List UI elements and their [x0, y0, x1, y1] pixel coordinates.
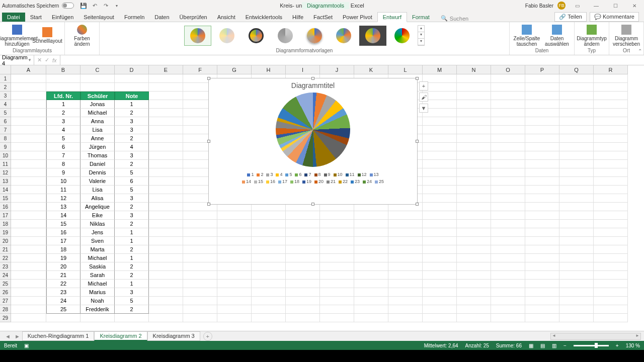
legend-item[interactable]: 4 [276, 171, 282, 178]
cell[interactable] [11, 280, 46, 288]
qat-customize-icon[interactable]: ▾ [113, 2, 120, 9]
cell[interactable] [354, 254, 388, 262]
cell[interactable]: Valerie [80, 177, 115, 186]
cell[interactable] [11, 117, 46, 126]
tab-entwicklertools[interactable]: Entwicklertools [240, 13, 287, 22]
cell[interactable] [354, 271, 388, 280]
cell[interactable] [423, 262, 457, 271]
sheet-tab[interactable]: Kreisdiagramm 3 [147, 331, 200, 341]
cell[interactable]: 9 [46, 168, 80, 177]
cell[interactable]: Sven [80, 237, 115, 245]
cell[interactable]: 2 [115, 262, 149, 271]
cell[interactable] [183, 288, 217, 297]
cell[interactable] [354, 288, 388, 297]
add-chart-element-button[interactable]: Diagrammelement hinzufügen [3, 25, 31, 47]
cell[interactable] [525, 126, 559, 134]
cell[interactable] [286, 220, 320, 228]
cell[interactable]: Eike [80, 211, 115, 220]
cell[interactable] [594, 203, 628, 211]
cell[interactable] [11, 74, 46, 83]
cell[interactable] [423, 228, 457, 237]
cell[interactable] [594, 254, 628, 262]
cell[interactable] [388, 305, 423, 314]
cell[interactable] [491, 194, 525, 203]
cell[interactable] [525, 220, 559, 228]
column-header[interactable]: C [80, 65, 115, 74]
cell[interactable] [525, 280, 559, 288]
cell[interactable] [115, 83, 149, 92]
cell[interactable] [525, 186, 559, 194]
chart-styles-gallery[interactable]: ▴▾▾ [184, 23, 425, 48]
cell[interactable] [594, 186, 628, 194]
pie-chart[interactable] [276, 93, 350, 167]
cell[interactable] [286, 297, 320, 305]
cell[interactable] [354, 262, 388, 271]
legend-item[interactable]: 20 [314, 178, 324, 185]
cell[interactable] [559, 92, 594, 100]
cell[interactable] [457, 237, 491, 245]
cell[interactable] [559, 186, 594, 194]
cell[interactable]: 1 [115, 280, 149, 288]
cell[interactable]: Saskia [80, 262, 115, 271]
cell[interactable] [457, 228, 491, 237]
cell[interactable] [491, 220, 525, 228]
cell[interactable]: 17 [46, 237, 80, 245]
row-header[interactable]: 2 [0, 83, 11, 92]
cell[interactable] [491, 168, 525, 177]
add-sheet-button[interactable]: + [203, 332, 212, 341]
cell[interactable] [525, 262, 559, 271]
cell[interactable] [252, 237, 286, 245]
cell[interactable] [11, 194, 46, 203]
cell[interactable] [594, 117, 628, 126]
tab-ansicht[interactable]: Ansicht [212, 13, 240, 22]
zoom-level[interactable]: 130 % [626, 343, 640, 348]
cell[interactable] [11, 254, 46, 262]
cell[interactable]: 2 [115, 305, 149, 314]
row-header[interactable]: 15 [0, 194, 11, 203]
cell[interactable] [354, 237, 388, 245]
cell[interactable] [423, 168, 457, 177]
cell[interactable] [286, 305, 320, 314]
cell[interactable] [149, 280, 183, 288]
cell[interactable] [525, 117, 559, 126]
row-header[interactable]: 22 [0, 254, 11, 262]
cell[interactable]: Alisa [80, 194, 115, 203]
redo-icon[interactable]: ↷ [102, 2, 109, 9]
cell[interactable]: Lisa [80, 186, 115, 194]
cell[interactable]: Schüler [80, 92, 115, 100]
cell[interactable] [491, 305, 525, 314]
resize-handle[interactable] [311, 77, 314, 80]
column-header[interactable]: P [525, 65, 559, 74]
zoom-slider[interactable] [574, 345, 609, 346]
tab-start[interactable]: Start [25, 13, 47, 22]
undo-icon[interactable]: ↶ [91, 2, 98, 9]
legend-item[interactable]: 16 [266, 178, 275, 185]
cell[interactable]: 2 [115, 245, 149, 254]
resize-handle[interactable] [416, 140, 419, 143]
cell[interactable] [354, 228, 388, 237]
chart-style-8[interactable] [388, 26, 416, 46]
cell[interactable] [217, 271, 252, 280]
legend-item[interactable]: 9 [324, 171, 331, 178]
cell[interactable] [525, 177, 559, 186]
column-header[interactable]: E [149, 65, 183, 74]
cell[interactable]: Angelique [80, 203, 115, 211]
cell[interactable] [149, 288, 183, 297]
legend-item[interactable]: 12 [358, 171, 367, 178]
cell[interactable]: 1 [115, 100, 149, 109]
cell[interactable]: 13 [46, 203, 80, 211]
cell[interactable] [491, 271, 525, 280]
cell[interactable] [594, 151, 628, 160]
cell[interactable] [286, 314, 320, 322]
cell[interactable] [423, 220, 457, 228]
cell[interactable]: Jürgen [80, 143, 115, 151]
cell[interactable] [286, 245, 320, 254]
cell[interactable] [11, 168, 46, 177]
cell[interactable] [559, 288, 594, 297]
cell[interactable]: 23 [46, 288, 80, 297]
cell[interactable]: Michael [80, 109, 115, 117]
cell[interactable]: Michael [80, 280, 115, 288]
cell[interactable] [11, 100, 46, 109]
cell[interactable] [457, 254, 491, 262]
cell[interactable] [320, 305, 354, 314]
